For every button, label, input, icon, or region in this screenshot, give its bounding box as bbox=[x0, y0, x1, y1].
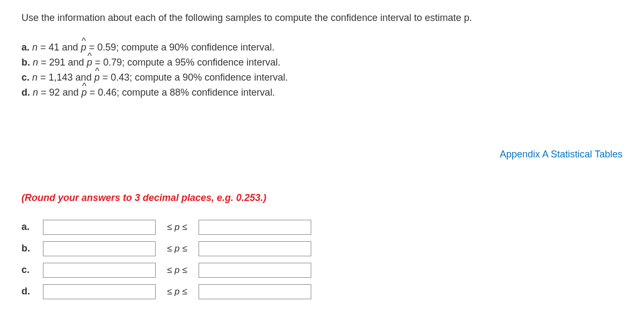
question-parts: a. n = 41 and p = 0.59; compute a 90% co… bbox=[21, 40, 623, 100]
part-letter: b. bbox=[21, 57, 30, 68]
n-value: 41 bbox=[49, 42, 60, 53]
phat-symbol: p bbox=[82, 85, 87, 100]
part-tail: ; compute a 90% confidence interval. bbox=[129, 72, 288, 83]
answer-b-lower[interactable] bbox=[43, 241, 156, 256]
answer-d-lower[interactable] bbox=[43, 284, 156, 299]
phat-value: 0.79 bbox=[103, 57, 122, 68]
answer-grid: a. ≤ p ≤ b. ≤ p ≤ c. ≤ p ≤ d. ≤ p ≤ bbox=[21, 220, 623, 299]
relation-b: ≤ p ≤ bbox=[161, 243, 193, 254]
question-text: Use the information about each of the fo… bbox=[21, 12, 472, 23]
answer-d-upper[interactable] bbox=[199, 284, 311, 299]
var-n: n bbox=[33, 57, 38, 68]
part-letter: a. bbox=[21, 42, 30, 53]
var-n: n bbox=[32, 42, 38, 53]
answer-label-b: b. bbox=[21, 243, 38, 254]
part-c: c. n = 1,143 and p = 0.43; compute a 90%… bbox=[21, 70, 623, 85]
question-prompt: Use the information about each of the fo… bbox=[21, 11, 623, 25]
part-letter: c. bbox=[21, 72, 30, 83]
relation-a: ≤ p ≤ bbox=[161, 222, 193, 233]
phat-symbol: p bbox=[94, 70, 100, 85]
answer-label-d: d. bbox=[21, 286, 38, 297]
answer-c-lower[interactable] bbox=[43, 263, 156, 278]
answer-label-a: a. bbox=[21, 221, 38, 233]
relation-d: ≤ p ≤ bbox=[161, 286, 193, 297]
appendix-link-container: Appendix A Statistical Tables bbox=[21, 149, 623, 160]
relation-c: ≤ p ≤ bbox=[161, 265, 193, 276]
phat-value: 0.46 bbox=[98, 87, 116, 98]
n-value: 291 bbox=[49, 57, 65, 68]
part-letter: d. bbox=[21, 87, 30, 98]
part-a: a. n = 41 and p = 0.59; compute a 90% co… bbox=[21, 40, 623, 55]
var-n: n bbox=[32, 72, 38, 83]
part-tail: ; compute a 95% confidence interval. bbox=[122, 57, 280, 68]
answer-a-lower[interactable] bbox=[43, 220, 156, 235]
part-tail: ; compute a 90% confidence interval. bbox=[116, 42, 274, 53]
n-value: 1,143 bbox=[49, 72, 73, 83]
answer-a-upper[interactable] bbox=[199, 220, 311, 235]
phat-value: 0.43 bbox=[111, 72, 129, 83]
answer-c-upper[interactable] bbox=[199, 263, 311, 278]
var-n: n bbox=[33, 87, 38, 98]
n-value: 92 bbox=[49, 87, 60, 98]
answer-b-upper[interactable] bbox=[199, 241, 311, 256]
part-tail: ; compute a 88% confidence interval. bbox=[116, 87, 275, 98]
phat-symbol: p bbox=[87, 55, 92, 70]
part-d: d. n = 92 and p = 0.46; compute a 88% co… bbox=[21, 85, 623, 100]
rounding-instruction: (Round your answers to 3 decimal places,… bbox=[21, 192, 623, 204]
part-b: b. n = 291 and p = 0.79; compute a 95% c… bbox=[21, 55, 623, 70]
appendix-link[interactable]: Appendix A Statistical Tables bbox=[500, 149, 623, 160]
answer-label-c: c. bbox=[21, 264, 38, 276]
phat-value: 0.59 bbox=[97, 42, 116, 53]
phat-symbol: p bbox=[81, 40, 86, 55]
